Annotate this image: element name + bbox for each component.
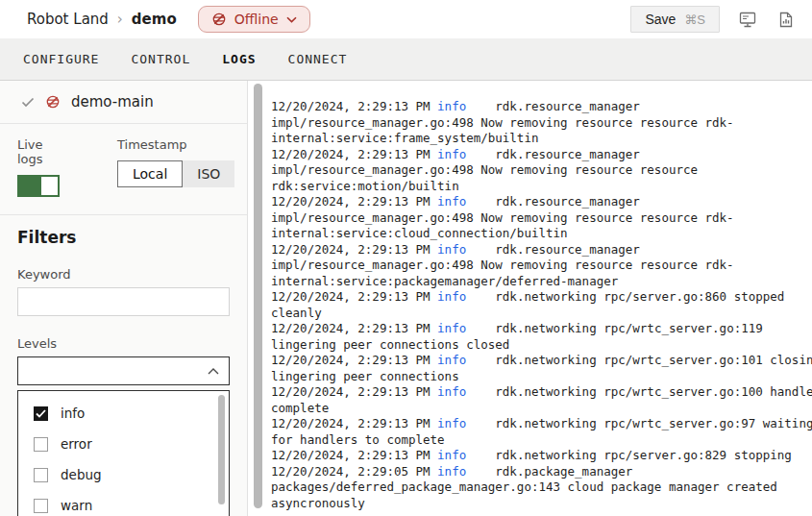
log-logger: rdk.networking [495,321,603,335]
chevron-up-icon [208,368,219,375]
log-timestamp: 12/20/2024, 2:29:13 PM [271,321,437,335]
checkbox-icon[interactable] [34,468,48,482]
log-logger: rdk.networking [495,289,603,304]
log-pane: 12/20/2024, 2:29:13 PM info rdk.resource… [269,81,812,516]
breadcrumb-separator: › [117,11,123,28]
live-logs-label: Live logs [17,137,60,166]
log-logger: rdk.networking [495,384,603,399]
part-name: demo-main [71,93,154,111]
file-chart-icon[interactable] [775,9,797,30]
log-level: info [437,353,466,367]
tab-connect[interactable]: CONNECT [288,52,348,66]
checkbox-icon[interactable] [34,406,48,421]
log-entry: 12/20/2024, 2:29:05 PM info rdk.package_… [271,464,812,512]
level-option-label: debug [61,467,102,482]
level-option-label: error [61,436,92,452]
log-timestamp: 12/20/2024, 2:29:13 PM [271,384,437,399]
log-list: 12/20/2024, 2:29:13 PM info rdk.resource… [271,99,812,511]
log-gap [466,416,495,430]
log-scrollbar-track [248,81,269,516]
log-entry: 12/20/2024, 2:29:13 PM info rdk.resource… [271,194,812,242]
log-entry: 12/20/2024, 2:29:13 PM info rdk.networki… [271,416,812,448]
filters-title: Filters [17,228,230,247]
log-logger: rdk.resource_manager [495,147,647,161]
timestamp-format-switch: Local ISO [117,160,234,187]
log-entry: 12/20/2024, 2:29:13 PM info rdk.networki… [271,321,812,353]
log-timestamp: 12/20/2024, 2:29:13 PM [271,194,437,209]
log-level: info [437,194,466,209]
log-gap [466,321,495,335]
checkmark-icon [21,97,35,108]
log-gap [466,353,495,367]
topbar-actions: Save ⌘S [630,6,797,33]
log-logger: rdk.networking [495,448,603,462]
level-option-info[interactable]: info [18,398,229,429]
tab-bar: CONFIGURE CONTROL LOGS CONNECT [0,38,812,81]
log-logger: rdk.resource_manager [495,242,647,257]
log-logger: rdk.resource_manager [495,194,647,209]
levels-select[interactable] [17,356,230,385]
breadcrumb-machine[interactable]: demo [132,11,177,28]
breadcrumb-org[interactable]: Robot Land [27,11,109,28]
log-entry: 12/20/2024, 2:29:13 PM info rdk.networki… [271,289,812,321]
log-scrollbar-thumb[interactable] [254,84,262,508]
status-badge-label: Offline [234,12,279,27]
log-gap [466,289,495,304]
timestamp-label: Timestamp [117,137,234,152]
log-entry: 12/20/2024, 2:29:13 PM info rdk.networki… [271,353,812,384]
log-controls: Live logs Timestamp Local ISO [0,124,247,215]
log-timestamp: 12/20/2024, 2:29:13 PM [271,416,437,430]
log-timestamp: 12/20/2024, 2:29:13 PM [271,448,437,462]
log-level: info [437,448,466,462]
log-gap [466,147,495,161]
log-level: info [437,99,466,113]
level-option-warn[interactable]: warn [18,490,229,516]
log-message: rpc/server.go:829 stopping [603,448,792,462]
live-logs-toggle[interactable] [17,175,60,197]
log-logger: rdk.resource_manager [495,99,647,113]
machine-status-badge[interactable]: Offline [198,6,310,33]
log-level: info [437,242,466,257]
log-timestamp: 12/20/2024, 2:29:13 PM [271,242,437,257]
save-button-label: Save [645,12,676,27]
toggle-knob [41,177,58,195]
log-gap [466,464,495,479]
keyword-input[interactable] [17,287,230,316]
log-entry: 12/20/2024, 2:29:13 PM info rdk.networki… [271,384,812,416]
level-option-debug[interactable]: debug [18,459,229,490]
timestamp-option-local[interactable]: Local [117,160,183,187]
log-level: info [437,464,466,479]
log-timestamp: 12/20/2024, 2:29:13 PM [271,99,437,113]
tab-configure[interactable]: CONFIGURE [23,52,99,66]
dropdown-scrollbar[interactable] [218,395,225,504]
monitor-icon[interactable] [737,9,758,30]
log-logger: rdk.networking [495,353,603,367]
log-message: impl/resource_manager.go:498 Now removin… [271,210,734,241]
chevron-down-icon [286,16,297,23]
tab-logs[interactable]: LOGS [222,52,256,66]
tab-control[interactable]: CONTROL [131,52,190,66]
log-entry: 12/20/2024, 2:29:13 PM info rdk.resource… [271,147,812,195]
level-option-error[interactable]: error [18,429,229,459]
log-gap [466,99,495,113]
log-message: impl/resource_manager.go:498 Now removin… [271,115,734,146]
app-window: Robot Land › demo Offline Save ⌘S [0,0,812,516]
log-logger: rdk.package_manager [495,464,640,479]
level-option-label: info [61,405,85,421]
checkbox-icon[interactable] [34,437,48,452]
keyword-label: Keyword [17,267,230,282]
save-shortcut-hint: ⌘S [684,12,705,27]
top-bar: Robot Land › demo Offline Save ⌘S [0,0,812,38]
log-message: impl/resource_manager.go:498 Now removin… [271,258,734,288]
part-row-demo-main[interactable]: demo-main [0,81,247,124]
checkbox-icon[interactable] [34,499,48,513]
levels-dropdown-panel: info error debug [17,390,230,516]
log-level: info [437,289,466,304]
save-button[interactable]: Save ⌘S [630,6,720,33]
log-gap [466,448,495,462]
timestamp-option-iso[interactable]: ISO [183,160,234,187]
log-gap [466,242,495,257]
log-logger: rdk.networking [495,416,603,430]
log-entry: 12/20/2024, 2:29:13 PM info rdk.resource… [271,242,812,290]
log-level: info [437,384,466,399]
